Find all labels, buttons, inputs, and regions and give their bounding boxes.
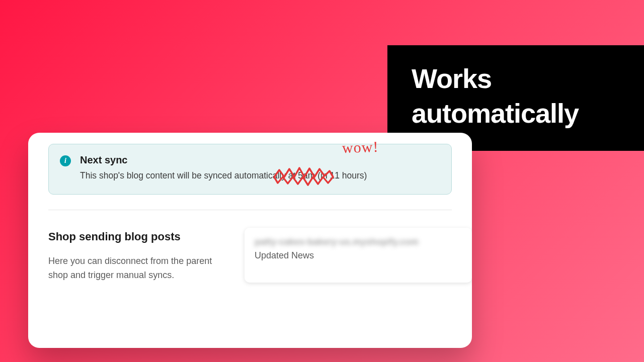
banner-body: Next sync This shop's blog content will … <box>80 154 440 182</box>
parent-shop-card[interactable]: patty-cakes-bakery-us.myshopify.com Upda… <box>245 228 472 283</box>
next-sync-banner: i Next sync This shop's blog content wil… <box>48 144 452 195</box>
settings-card: i Next sync This shop's blog content wil… <box>28 133 472 348</box>
section-info: Shop sending blog posts Here you can dis… <box>48 230 229 283</box>
banner-title: Next sync <box>80 154 440 166</box>
shop-subtitle: Updated News <box>255 250 462 261</box>
annotation-wow: wow! <box>342 138 378 157</box>
section-title: Shop sending blog posts <box>48 230 229 243</box>
banner-description: This shop's blog content will be synced … <box>80 169 440 182</box>
info-icon: i <box>60 155 71 166</box>
shop-url-blurred: patty-cakes-bakery-us.myshopify.com <box>255 237 462 247</box>
headline-text: Works automatically <box>412 61 619 131</box>
section-description: Here you can disconnect from the parent … <box>48 254 214 283</box>
shop-section: Shop sending blog posts Here you can dis… <box>28 210 472 283</box>
